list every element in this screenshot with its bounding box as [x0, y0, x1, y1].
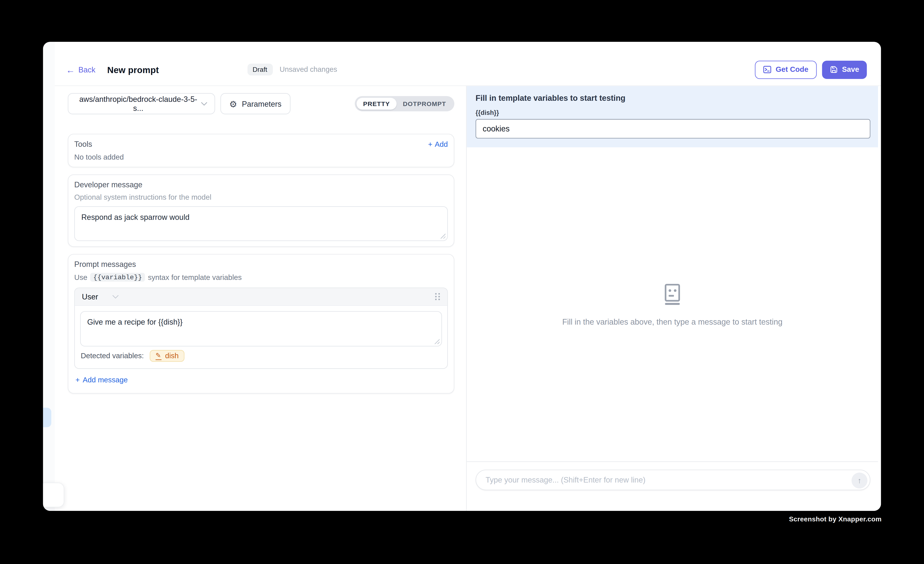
variable-syntax-chip: {{variable}}	[90, 273, 145, 282]
back-label: Back	[78, 65, 95, 74]
back-arrow-icon: ←	[66, 65, 75, 74]
template-variables-bar: Fill in template variables to start test…	[466, 86, 878, 147]
sidebar-popover-card	[43, 483, 64, 507]
get-code-button[interactable]: Get Code	[755, 60, 816, 79]
prompt-messages-title: Prompt messages	[74, 260, 448, 268]
robot-icon	[660, 283, 685, 308]
back-button[interactable]: ← Back	[66, 65, 95, 74]
message-content-input[interactable]: Give me a recipe for {{dish}}	[80, 311, 442, 346]
format-toggle: PRETTY DOTPROMPT	[355, 96, 454, 111]
add-tool-label: Add	[435, 140, 448, 148]
app-window: ← Back New prompt Draft Unsaved changes …	[43, 42, 881, 511]
toggle-dotprompt[interactable]: DOTPROMPT	[396, 98, 453, 110]
tools-empty-text: No tools added	[74, 153, 448, 162]
detected-variables-label: Detected variables:	[81, 352, 144, 360]
save-label: Save	[842, 65, 859, 74]
empty-state: Fill in the variables above, then type a…	[466, 147, 878, 462]
terminal-icon	[764, 65, 771, 74]
model-selector[interactable]: aws/anthropic/bedrock-claude-3-5-s...	[68, 93, 215, 114]
tools-card: Tools + Add No tools added	[68, 134, 454, 167]
chevron-down-icon	[112, 294, 119, 299]
status-badge: Draft	[247, 64, 272, 75]
add-message-button[interactable]: + Add message	[75, 376, 448, 384]
unsaved-changes-label: Unsaved changes	[280, 65, 337, 74]
variable-chip-dish[interactable]: ✎ dish	[150, 350, 184, 362]
send-button[interactable]: ↑	[852, 472, 867, 488]
toggle-pretty[interactable]: PRETTY	[357, 98, 396, 110]
empty-state-text: Fill in the variables above, then type a…	[562, 317, 783, 326]
hint-prefix: Use	[74, 273, 87, 281]
developer-message-card: Developer message Optional system instru…	[68, 174, 454, 247]
edit-pencil-icon: ✎	[156, 352, 162, 360]
parameters-label: Parameters	[242, 99, 282, 108]
tools-title: Tools	[74, 140, 92, 148]
save-icon	[830, 65, 838, 74]
prompt-messages-card: Prompt messages Use {{variable}} syntax …	[68, 254, 454, 393]
message-header: User	[75, 288, 447, 306]
collapsed-sidebar	[43, 42, 55, 511]
header-bar: ← Back New prompt Draft Unsaved changes …	[55, 42, 881, 86]
variable-value-input[interactable]	[476, 119, 870, 139]
save-button[interactable]: Save	[822, 60, 867, 79]
plus-icon: +	[75, 376, 80, 384]
variable-key-label: {{dish}}	[476, 109, 870, 116]
developer-message-subtitle: Optional system instructions for the mod…	[74, 193, 448, 201]
composer-bar: ↑	[466, 461, 878, 511]
hint-suffix: syntax for template variables	[148, 273, 242, 281]
sidebar-active-indicator[interactable]	[43, 408, 51, 427]
chevron-down-icon	[201, 102, 207, 106]
variables-bar-title: Fill in template variables to start test…	[476, 94, 870, 102]
message-block: User	[74, 288, 448, 369]
template-syntax-hint: Use {{variable}} syntax for template var…	[74, 273, 448, 282]
plus-icon: +	[428, 140, 432, 148]
developer-message-title: Developer message	[74, 180, 448, 189]
drag-handle-icon[interactable]	[435, 293, 440, 300]
parameters-button[interactable]: ⚙ Parameters	[220, 93, 290, 114]
prompt-editor-panel: aws/anthropic/bedrock-claude-3-5-s... ⚙ …	[55, 86, 466, 511]
gear-icon: ⚙	[230, 99, 237, 108]
developer-message-input[interactable]: Respond as jack sparrow would	[74, 206, 448, 241]
send-arrow-icon: ↑	[858, 476, 861, 484]
model-selector-value: aws/anthropic/bedrock-claude-3-5-s...	[75, 95, 201, 112]
variable-chip-label: dish	[165, 352, 178, 360]
test-panel: Fill in template variables to start test…	[466, 86, 881, 511]
role-selector[interactable]: User	[82, 292, 98, 301]
get-code-label: Get Code	[776, 65, 808, 74]
chat-message-input[interactable]	[476, 476, 870, 484]
add-tool-button[interactable]: + Add	[428, 140, 448, 148]
page-title: New prompt	[107, 64, 159, 75]
add-message-label: Add message	[83, 376, 128, 384]
watermark-text: Screenshot by Xnapper.com	[789, 516, 882, 523]
